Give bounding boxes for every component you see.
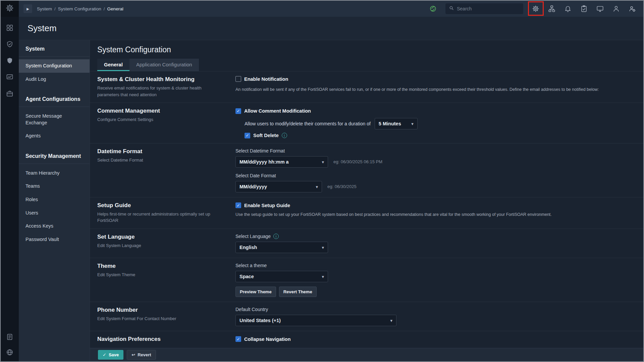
sitemap-icon[interactable] — [548, 5, 555, 12]
language-label: Select Language — [235, 234, 271, 239]
breadcrumb-system[interactable]: System — [37, 6, 52, 11]
section-title: Comment Management — [97, 108, 235, 114]
section-description: Edit System Language — [97, 242, 215, 249]
global-search — [445, 3, 523, 14]
search-input[interactable] — [457, 6, 520, 11]
tab-general[interactable]: General — [97, 59, 129, 71]
revert-theme-button[interactable]: Revert Theme — [279, 287, 317, 297]
language-select[interactable]: English — [235, 242, 328, 253]
info-icon[interactable] — [273, 234, 279, 239]
enable-setup-guide-checkbox[interactable]: Enable Setup Guide — [235, 202, 290, 208]
approvals-clipboard-icon[interactable] — [580, 5, 588, 12]
checkbox-icon — [235, 76, 241, 82]
sidebar-group-title: System — [19, 40, 90, 57]
section-title: Theme — [97, 263, 235, 269]
dashboard-grid-icon[interactable] — [6, 24, 13, 32]
section-title: Set Language — [97, 234, 235, 240]
section-description: Edit System Format For Contact Number — [97, 315, 215, 322]
select-value: MM/dd/yyyy — [239, 184, 267, 189]
sidebar-item-password-vault[interactable]: Password Vault — [19, 233, 90, 246]
sidebar-item-roles[interactable]: Roles — [19, 193, 90, 206]
breadcrumb-general: General — [107, 6, 123, 11]
chevron-down-icon — [322, 245, 324, 250]
section-title: System & Cluster Health Monitoring — [97, 76, 235, 83]
section-setup-guide: Setup Guide Helps first-time or recurren… — [90, 197, 643, 229]
sidebar-group-title: Security Management — [19, 147, 90, 164]
health-status-icon[interactable] — [429, 5, 437, 12]
default-country-label: Default Country — [235, 307, 635, 312]
sidebar-item-agents[interactable]: Agents — [19, 129, 90, 143]
section-comment-management: Comment Management Configure Comment Set… — [90, 103, 643, 143]
app-icon-rail — [1, 1, 19, 361]
briefcase-icon[interactable] — [6, 90, 13, 97]
tab-application-configuration[interactable]: Application Configuration — [129, 59, 199, 71]
collapse-navigation-checkbox[interactable]: Collapse Navigation — [235, 336, 291, 342]
date-format-select[interactable]: MM/dd/yyyy — [235, 181, 322, 192]
theme-select[interactable]: Space — [235, 271, 328, 282]
preview-theme-button[interactable]: Preview Theme — [235, 287, 276, 297]
date-format-example: eg: 06/30/2025 — [327, 184, 357, 189]
datetime-format-select[interactable]: MM/dd/yyyy hh:mm a — [235, 156, 328, 168]
settings-gear-icon[interactable] — [532, 5, 539, 12]
select-value: MM/dd/yyyy hh:mm a — [239, 159, 289, 165]
sidebar-group-system: System System Configuration Audit Log — [19, 40, 90, 90]
page-title: System — [28, 23, 57, 34]
topbar: System / System Configuration / General — [19, 1, 643, 17]
breadcrumb: System / System Configuration / General — [37, 6, 123, 11]
comment-duration-select[interactable]: 5 Minutes — [375, 118, 418, 129]
section-description: Helps first-time or recurrent administra… — [97, 211, 215, 224]
health-note: An notification will be sent if any of t… — [235, 86, 635, 93]
app-logo-gear-icon — [5, 4, 14, 14]
main-content: System Configuration General Application… — [90, 40, 643, 361]
settings-sidebar: System System Configuration Audit Log Ag… — [19, 40, 90, 361]
section-navigation-preferences: Navigation Preferences Collapse Navigati… — [90, 331, 643, 349]
select-value: United States (+1) — [239, 318, 281, 323]
report-chart-icon[interactable] — [6, 73, 13, 81]
breadcrumb-system-configuration[interactable]: System Configuration — [58, 6, 101, 11]
setup-guide-note: Use the setup guide to set up your Forti… — [235, 212, 635, 218]
checkbox-icon — [235, 336, 241, 342]
chevron-down-icon — [390, 318, 392, 323]
page-header: System — [19, 17, 643, 40]
shield-check-icon[interactable] — [6, 41, 13, 48]
globe-icon[interactable] — [6, 349, 13, 356]
user-management-icon[interactable] — [629, 5, 636, 12]
checkbox-icon — [235, 202, 241, 208]
user-icon[interactable] — [612, 5, 620, 12]
save-button[interactable]: Save — [98, 350, 123, 360]
notes-clipboard-icon[interactable] — [6, 333, 13, 341]
section-title: Datetime Format — [97, 148, 235, 155]
sidebar-group-security-management: Security Management Team Hierarchy Teams… — [19, 147, 90, 251]
remote-monitor-icon[interactable] — [596, 5, 604, 12]
revert-button[interactable]: Revert — [127, 350, 156, 360]
sidebar-item-secure-message-exchange[interactable]: Secure Message Exchange — [19, 110, 90, 129]
section-description: Select Datetime Format — [97, 157, 215, 164]
section-theme: Theme Edit System Theme Select a theme S… — [90, 258, 643, 302]
default-country-select[interactable]: United States (+1) — [235, 315, 396, 326]
fortisoar-screen: System / System Configuration / General — [0, 0, 644, 362]
info-icon[interactable] — [282, 133, 287, 138]
sidebar-item-users[interactable]: Users — [19, 206, 90, 220]
breadcrumb-separator: / — [54, 6, 56, 11]
sidebar-item-access-keys[interactable]: Access Keys — [19, 220, 90, 233]
tab-bar: General Application Configuration — [90, 59, 643, 71]
shield-icon[interactable] — [6, 57, 13, 64]
sidebar-item-teams[interactable]: Teams — [19, 180, 90, 193]
sidebar-item-system-configuration[interactable]: System Configuration — [19, 59, 90, 73]
section-title: Phone Number — [97, 307, 235, 313]
sidebar-item-audit-log[interactable]: Audit Log — [19, 73, 90, 86]
allow-comment-modification-checkbox[interactable]: Allow Comment Modification — [235, 108, 311, 114]
sidebar-expand-toggle[interactable] — [23, 4, 32, 13]
datetime-format-label: Select Datetime Format — [235, 148, 635, 154]
section-description: Receive email notifications for system &… — [97, 85, 215, 98]
section-health-monitoring: System & Cluster Health Monitoring Recei… — [90, 71, 643, 103]
enable-notification-checkbox[interactable]: Enable Notification — [235, 76, 288, 82]
soft-delete-checkbox[interactable]: Soft Delete — [245, 133, 279, 138]
app-logo[interactable] — [1, 1, 19, 17]
sidebar-group-title: Agent Configurations — [19, 90, 90, 107]
notifications-bell-icon[interactable] — [564, 5, 572, 12]
section-description: Edit System Theme — [97, 272, 215, 278]
sidebar-item-team-hierarchy[interactable]: Team Hierarchy — [19, 167, 90, 180]
section-set-language: Set Language Edit System Language Select… — [90, 229, 643, 258]
checkbox-icon — [235, 108, 241, 114]
